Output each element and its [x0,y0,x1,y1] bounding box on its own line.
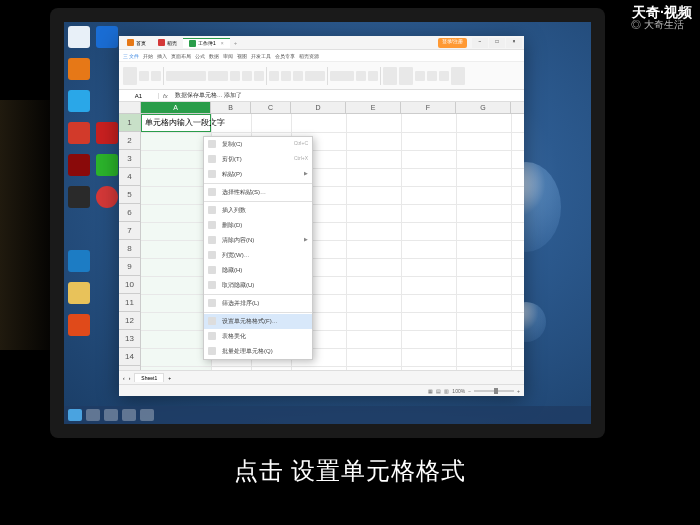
taskbar-search[interactable] [86,409,100,421]
desktop-icon-edge[interactable] [68,250,90,272]
cell-a1[interactable]: 单元格内输入一段文字 [141,114,211,132]
row-header-3[interactable]: 3 [119,150,140,168]
desktop-icon-qq[interactable] [68,90,90,112]
cells-area[interactable]: 单元格内输入一段文字 [141,114,524,370]
sheet-nav-prev-icon[interactable]: ‹ [123,375,125,381]
column-header-a[interactable]: A [141,102,211,113]
column-header-e[interactable]: E [346,102,401,113]
ribbon-copy-button[interactable] [151,71,161,81]
context-menu-item[interactable]: 清除内容(N)▶ [204,233,312,248]
desktop-icon-close-app[interactable] [68,314,90,336]
formula-input[interactable]: 数据保存单元格… 添加了 [172,91,524,100]
new-tab-button[interactable]: + [230,40,242,46]
maximize-button[interactable]: □ [489,38,505,48]
ribbon-percent-button[interactable] [368,71,378,81]
add-sheet-button[interactable]: + [168,375,171,381]
menu-file[interactable]: 三 文件 [123,53,139,59]
desktop-icon-wechat[interactable] [96,154,118,176]
row-header-5[interactable]: 5 [119,186,140,204]
sheet-tab[interactable]: Sheet1 [134,373,164,382]
context-menu-item[interactable]: 表格美化 [204,329,312,344]
menu-formula[interactable]: 公式 [195,53,205,59]
context-menu-item[interactable]: 剪切(T)Ctrl+X [204,152,312,167]
desktop-icon-recycle-bin[interactable] [68,26,90,48]
ribbon-sort-button[interactable] [427,71,437,81]
tab-home[interactable]: 首页 [121,38,152,47]
login-button[interactable]: 登录/注册 [438,38,467,48]
row-header-12[interactable]: 12 [119,312,140,330]
menu-dev[interactable]: 开发工具 [251,53,271,59]
sheet-nav-next-icon[interactable]: › [129,375,131,381]
taskbar-app[interactable] [104,409,118,421]
desktop-icon-netease[interactable] [96,122,118,144]
context-menu-item[interactable]: 选择性粘贴(S)… [204,185,312,200]
ribbon-align-center-button[interactable] [281,71,291,81]
ribbon-filter-button[interactable] [439,71,449,81]
select-all-corner[interactable] [119,102,141,114]
tab-close-icon[interactable]: × [221,40,224,46]
view-layout-icon[interactable]: ▤ [436,388,441,394]
ribbon-fontsize-button[interactable] [208,71,228,81]
row-header-7[interactable]: 7 [119,222,140,240]
name-box[interactable]: A1 [119,93,159,99]
ribbon-paste-button[interactable] [123,67,137,85]
menu-start[interactable]: 开始 [143,53,153,59]
desktop-icon-app[interactable] [68,58,90,80]
tab-docer[interactable]: 稻壳 [152,38,183,47]
desktop-icon-dark[interactable] [68,186,90,208]
context-menu-item[interactable]: 插入列数 [204,203,312,218]
ribbon-find-button[interactable] [451,67,465,85]
context-menu-item[interactable]: 列宽(W)… [204,248,312,263]
desktop-icon-flash[interactable] [68,154,90,176]
windows-taskbar[interactable] [64,406,591,424]
desktop-icon-pill[interactable] [96,186,118,208]
start-button[interactable] [68,409,82,421]
menu-view[interactable]: 视图 [237,53,247,59]
fx-icon[interactable]: fx [159,93,172,99]
ribbon-align-left-button[interactable] [269,71,279,81]
desktop-icon-folder[interactable] [68,282,90,304]
column-header-b[interactable]: B [211,102,251,113]
ribbon-align-right-button[interactable] [293,71,303,81]
taskbar-app[interactable] [140,409,154,421]
spreadsheet-grid[interactable]: ABCDEFG 1234567891011121314 单元格内输入一段文字 复… [119,102,524,370]
menu-data[interactable]: 数据 [209,53,219,59]
ribbon-cut-button[interactable] [139,71,149,81]
row-header-13[interactable]: 13 [119,330,140,348]
ribbon-font-button[interactable] [166,71,206,81]
view-page-icon[interactable]: ▥ [444,388,449,394]
ribbon-underline-button[interactable] [254,71,264,81]
menu-review[interactable]: 审阅 [223,53,233,59]
row-header-9[interactable]: 9 [119,258,140,276]
row-header-10[interactable]: 10 [119,276,140,294]
context-menu-item[interactable]: 设置单元格格式(F)… [204,314,312,329]
ribbon-merge-button[interactable] [305,71,325,81]
ribbon-sum-button[interactable] [415,71,425,81]
taskbar-app[interactable] [122,409,136,421]
column-header-d[interactable]: D [291,102,346,113]
menu-layout[interactable]: 页面布局 [171,53,191,59]
ribbon-bold-button[interactable] [230,71,240,81]
ribbon-table-button[interactable] [399,67,413,85]
close-button[interactable]: × [506,38,522,48]
row-header-8[interactable]: 8 [119,240,140,258]
row-header-6[interactable]: 6 [119,204,140,222]
context-menu-item[interactable]: 筛选并排序(L) [204,296,312,311]
minimize-button[interactable]: − [472,38,488,48]
context-menu-item[interactable]: 隐藏(H) [204,263,312,278]
desktop-icon-red[interactable] [68,122,90,144]
row-header-14[interactable]: 14 [119,348,140,366]
context-menu-item[interactable]: 取消隐藏(U) [204,278,312,293]
ribbon-format-button[interactable] [330,71,354,81]
zoom-slider[interactable] [474,390,514,392]
context-menu-item[interactable]: 粘贴(P)▶ [204,167,312,182]
context-menu-item[interactable]: 删除(D) [204,218,312,233]
ribbon-number-button[interactable] [356,71,366,81]
zoom-out-button[interactable]: − [468,388,471,394]
context-menu-item[interactable]: 复制(C)Ctrl+C [204,137,312,152]
ribbon-italic-button[interactable] [242,71,252,81]
tab-workbook[interactable]: 工作簿1 × [183,38,230,48]
context-menu-item[interactable]: 批量处理单元格(Q) [204,344,312,359]
row-header-1[interactable]: 1 [119,114,140,132]
view-normal-icon[interactable]: ▦ [428,388,433,394]
